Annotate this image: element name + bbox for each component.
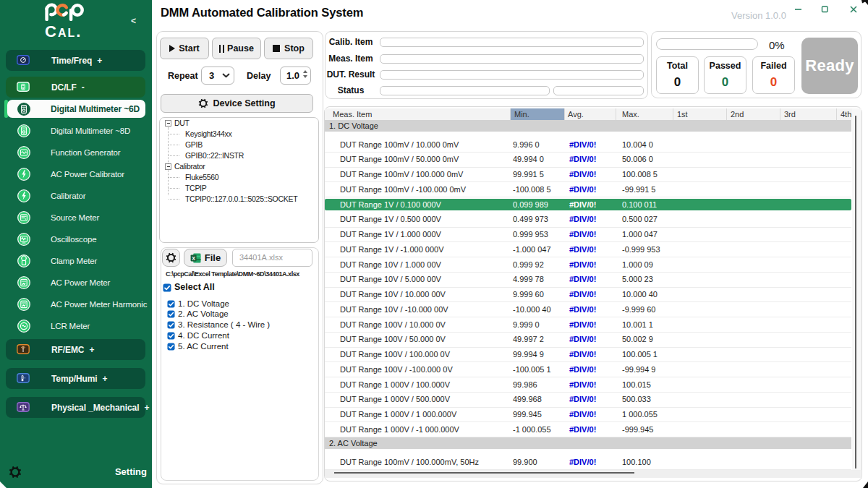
svg-text:X: X bbox=[192, 255, 195, 261]
